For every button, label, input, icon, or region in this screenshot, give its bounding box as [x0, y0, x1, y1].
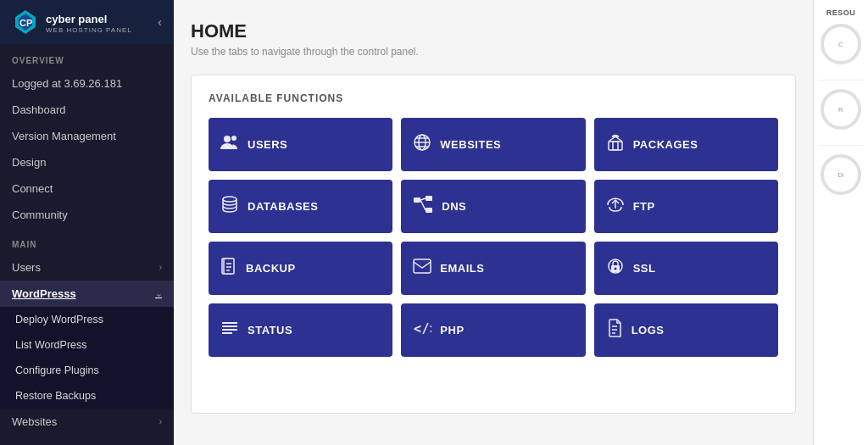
databases-icon: [220, 195, 239, 218]
logo-text-area: cyber panel WEB HOSTING PANEL: [46, 11, 132, 34]
php-label: PHP: [440, 324, 464, 337]
sidebar-item-connect[interactable]: Connect: [0, 175, 174, 202]
ram-circle: R: [821, 89, 861, 130]
svg-rect-15: [426, 196, 432, 201]
sidebar-item-restore-backups[interactable]: Restore Backups: [0, 383, 174, 409]
php-button[interactable]: </> PHP: [401, 303, 585, 357]
sidebar-item-community[interactable]: Community: [0, 202, 174, 228]
svg-text:CP: CP: [19, 18, 32, 28]
logs-icon: [606, 319, 623, 342]
sidebar-item-logged: Logged at 3.69.26.181: [0, 70, 174, 97]
svg-rect-16: [426, 208, 432, 213]
svg-rect-14: [414, 197, 420, 203]
dns-icon: [413, 196, 433, 217]
page-subtitle: Use the tabs to navigate through the con…: [191, 46, 796, 58]
logo-icon: CP: [12, 8, 39, 36]
sidebar-item-users[interactable]: Users ›: [0, 254, 174, 281]
main-card: AVAILABLE FUNCTIONS USERS: [191, 75, 796, 414]
svg-rect-10: [609, 142, 622, 150]
svg-rect-24: [414, 259, 431, 273]
dns-button[interactable]: DNS: [401, 180, 585, 233]
ssl-icon: [606, 257, 625, 280]
sidebar-toggle-icon[interactable]: ‹: [158, 15, 162, 29]
functions-label: AVAILABLE FUNCTIONS: [209, 92, 778, 104]
logo-area: CP cyber panel WEB HOSTING PANEL: [12, 8, 132, 36]
sidebar-item-websites[interactable]: Websites ›: [0, 409, 174, 435]
logs-label: LOGS: [632, 324, 665, 337]
databases-label: DATABASES: [248, 200, 318, 213]
chevron-right-icon-websites: ›: [159, 417, 162, 426]
resource-panel-label: RESOU: [826, 8, 856, 17]
ftp-button[interactable]: FTP: [594, 180, 778, 233]
chevron-right-icon: ›: [159, 263, 162, 272]
main-section: MAIN Users › WordPresss ⌄ Deploy WordPre…: [0, 228, 174, 435]
packages-icon: [606, 133, 625, 156]
chevron-down-icon: ⌄: [155, 289, 162, 298]
content-area: HOME Use the tabs to navigate through th…: [174, 0, 868, 445]
sidebar-item-dashboard[interactable]: Dashboard: [0, 97, 174, 123]
svg-point-13: [223, 197, 236, 202]
emails-button[interactable]: EMAILS: [401, 242, 585, 295]
sidebar-item-configure-plugins[interactable]: Configure Plugins: [0, 358, 174, 383]
functions-grid: USERS WEBSITES: [209, 118, 778, 396]
backup-label: BACKUP: [246, 262, 296, 275]
svg-line-18: [420, 200, 426, 210]
dns-label: DNS: [442, 200, 466, 213]
cpu-circle: C: [821, 24, 861, 64]
overview-section: OVERVIEW Logged at 3.69.26.181 Dashboard…: [0, 44, 174, 228]
sidebar-item-version-management[interactable]: Version Management: [0, 123, 174, 149]
status-label: STATUS: [248, 324, 292, 337]
users-button[interactable]: USERS: [209, 118, 392, 171]
emails-icon: [413, 259, 431, 278]
overview-label: OVERVIEW: [0, 44, 174, 70]
page-content: HOME Use the tabs to navigate through th…: [174, 0, 813, 445]
svg-point-3: [224, 136, 231, 142]
emails-label: EMAILS: [440, 262, 484, 275]
packages-button[interactable]: PACKAGES: [594, 118, 778, 171]
databases-button[interactable]: DATABASES: [209, 180, 392, 233]
ssl-label: SSL: [633, 262, 656, 275]
sidebar-item-wordpresss[interactable]: WordPresss ⌄: [0, 281, 174, 307]
svg-line-17: [420, 198, 426, 200]
main-area: HOME Use the tabs to navigate through th…: [174, 0, 868, 445]
websites-button[interactable]: WEBSITES: [401, 118, 585, 171]
status-icon: [220, 320, 239, 340]
svg-text:</>: </>: [414, 321, 431, 336]
logo-subtitle: WEB HOSTING PANEL: [46, 26, 132, 34]
divider-1: [819, 80, 863, 81]
sidebar-item-list-wordpress[interactable]: List WordPress: [0, 332, 174, 358]
sidebar-header: CP cyber panel WEB HOSTING PANEL ‹: [0, 0, 174, 44]
logo-title: cyber panel: [46, 13, 107, 25]
page-title: HOME: [191, 20, 796, 42]
websites-label: WEBSITES: [440, 138, 501, 151]
backup-icon: [220, 257, 237, 280]
disk-circle: Di: [821, 154, 861, 195]
status-button[interactable]: STATUS: [209, 303, 392, 357]
svg-rect-11: [613, 142, 618, 150]
ftp-icon: [606, 195, 625, 218]
backup-button[interactable]: BACKUP: [209, 242, 392, 295]
users-icon: [220, 134, 239, 155]
websites-icon: [413, 133, 431, 156]
sidebar: CP cyber panel WEB HOSTING PANEL ‹ OVERV…: [0, 0, 174, 445]
resource-panel: RESOU C R Di: [813, 0, 868, 445]
logs-button[interactable]: LOGS: [594, 303, 778, 357]
packages-label: PACKAGES: [633, 138, 698, 151]
php-icon: </>: [413, 320, 431, 340]
svg-rect-20: [224, 259, 234, 274]
svg-point-27: [614, 268, 616, 270]
sidebar-item-design[interactable]: Design: [0, 149, 174, 175]
svg-point-4: [231, 136, 236, 141]
users-label: USERS: [248, 138, 287, 151]
sidebar-item-deploy-wordpress[interactable]: Deploy WordPress: [0, 307, 174, 332]
divider-2: [819, 145, 863, 146]
ssl-button[interactable]: SSL: [594, 242, 778, 295]
ftp-label: FTP: [633, 200, 655, 213]
main-label: MAIN: [0, 228, 174, 254]
